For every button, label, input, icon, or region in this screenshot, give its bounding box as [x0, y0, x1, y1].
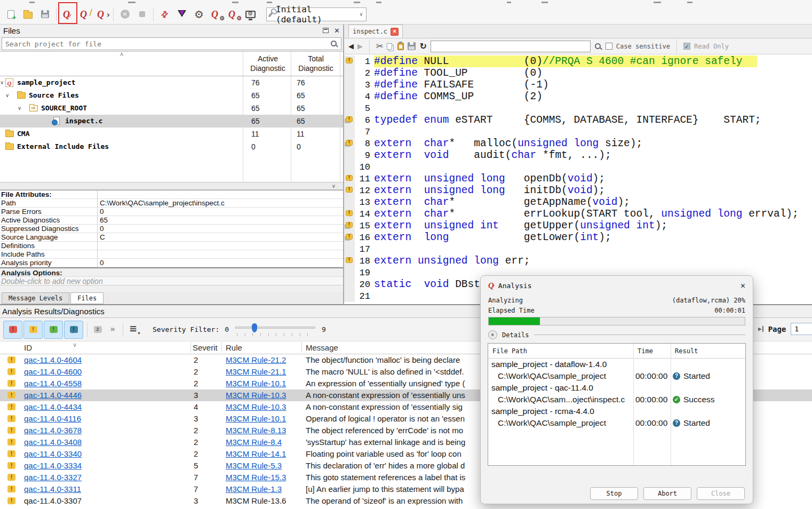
- column-header-time[interactable]: Time: [638, 347, 653, 355]
- cancel-button[interactable]: [116, 6, 133, 23]
- diagnostic-id-link[interactable]: qac-11.4.0-4446: [24, 389, 82, 401]
- diagnostic-marker-icon[interactable]: [346, 175, 353, 181]
- diagnostic-marker-icon[interactable]: [346, 257, 353, 263]
- diagnostic-marker-icon[interactable]: [346, 140, 353, 146]
- rule-link[interactable]: M3CM Rule-10.3: [226, 389, 286, 401]
- column-header-file-path[interactable]: File Path: [492, 347, 527, 355]
- search-icon[interactable]: [594, 43, 602, 50]
- code-line[interactable]: 13extern char* getAppName(void);: [344, 196, 812, 208]
- expander-icon[interactable]: [0, 79, 4, 85]
- refresh-icon[interactable]: [419, 42, 426, 51]
- navigate-back-icon[interactable]: [348, 42, 354, 50]
- severity-slider[interactable]: [235, 323, 315, 337]
- column-header-active[interactable]: Active Diagnostic: [245, 54, 291, 73]
- diagnostic-id-link[interactable]: qac-11.4.0-3334: [24, 460, 82, 472]
- analysis-options-placeholder[interactable]: Double-click to add new option: [0, 276, 343, 285]
- expander-icon[interactable]: [5, 92, 9, 98]
- copy-icon[interactable]: [387, 43, 392, 50]
- diagnostic-id-link[interactable]: qac-11.4.0-4604: [24, 354, 82, 366]
- tab-files[interactable]: Files: [70, 292, 104, 304]
- code-line[interactable]: 11extern unsigned long openDb(void);: [344, 173, 812, 185]
- search-icon[interactable]: [330, 40, 338, 47]
- open-project-button[interactable]: [19, 6, 36, 23]
- page-input[interactable]: [791, 323, 812, 335]
- severity-toggle-note[interactable]: [64, 321, 83, 339]
- case-sensitive-checkbox[interactable]: [606, 43, 612, 50]
- collapse-details-icon[interactable]: [488, 330, 497, 339]
- file-search-box[interactable]: [2, 37, 341, 50]
- code-line[interactable]: 4#define COMMS_UP (2): [344, 91, 812, 102]
- skip-to-end-icon[interactable]: [758, 326, 763, 332]
- rule-link[interactable]: M3CM Rule-8.13: [226, 425, 286, 436]
- code-line[interactable]: 12extern unsigned long initDb(void);: [344, 185, 812, 196]
- column-header-severity[interactable]: Severit: [193, 341, 218, 354]
- rule-link[interactable]: M3CM Rule-10.1: [226, 378, 286, 389]
- severity-toggle-error[interactable]: [3, 321, 22, 339]
- code-area[interactable]: 1#define NULL (0)//PRQA S 4600 #can igno…: [344, 54, 812, 304]
- diagnostic-id-link[interactable]: qac-11.4.0-3327: [24, 472, 82, 483]
- file-tree-row[interactable]: SOURCE_ROOT6565: [0, 102, 343, 115]
- diagnostic-marker-icon[interactable]: [346, 222, 353, 228]
- read-only-checkbox[interactable]: [683, 43, 690, 50]
- diagnostic-id-link[interactable]: qac-11.4.0-3678: [24, 425, 82, 436]
- code-line[interactable]: 15extern unsigned int getUpper(unsigned …: [344, 220, 812, 232]
- rule-link[interactable]: M3CM Rule-14.1: [226, 448, 286, 460]
- rule-link[interactable]: M3CM Rule-8.4: [226, 436, 282, 448]
- slider-handle[interactable]: [252, 323, 257, 332]
- code-line[interactable]: 17: [344, 243, 812, 255]
- save-file-icon[interactable]: [408, 42, 416, 50]
- view-menu-button[interactable]: [126, 322, 141, 338]
- slider-track[interactable]: [235, 327, 315, 329]
- rule-link[interactable]: M3CM Rule-5.3: [226, 460, 282, 472]
- code-line[interactable]: 10: [344, 161, 812, 173]
- column-header-result[interactable]: Result: [675, 347, 698, 355]
- analyze-button[interactable]: [59, 6, 76, 23]
- paste-icon[interactable]: [397, 43, 404, 50]
- sort-desc-icon[interactable]: ∨: [73, 341, 77, 351]
- tab-message-levels[interactable]: Message Levels: [2, 292, 69, 304]
- remote-analysis-button[interactable]: [242, 6, 259, 23]
- file-tree-row[interactable]: Source Files6565: [0, 89, 343, 102]
- rule-link[interactable]: M3CM Rule-21.1: [226, 366, 286, 378]
- code-line[interactable]: 3#define FAILSAFE (-1): [344, 79, 812, 91]
- close-tab-icon[interactable]: ✕: [391, 28, 399, 36]
- editor-tab-inspect[interactable]: inspect.c ✕: [348, 25, 403, 38]
- close-panel-icon[interactable]: [334, 27, 340, 34]
- code-line[interactable]: 8extern char* malloc(unsigned long size)…: [344, 138, 812, 149]
- rule-link[interactable]: M3CM Rule-15.3: [226, 472, 286, 483]
- column-header-id[interactable]: ID: [24, 341, 32, 354]
- suppressed-messages-button[interactable]: 2: [90, 322, 105, 338]
- diagnostic-id-link[interactable]: qac-11.4.0-4558: [24, 378, 82, 389]
- new-file-button[interactable]: [2, 6, 19, 23]
- analyze-next-button[interactable]: [93, 6, 110, 23]
- diagnostic-id-link[interactable]: qac-11.4.0-4434: [24, 401, 82, 413]
- file-search-input[interactable]: [5, 40, 330, 48]
- diagnostic-id-link[interactable]: qac-11.4.0-3408: [24, 436, 82, 448]
- code-line[interactable]: 6typedef enum eSTART {COMMS, DATABASE, I…: [344, 114, 812, 126]
- diagnostic-id-link[interactable]: qac-11.4.0-4116: [24, 413, 81, 425]
- rule-link[interactable]: M3CM Rule-10.1: [226, 413, 286, 425]
- code-line[interactable]: 2#define TOOL_UP (0): [344, 67, 812, 79]
- code-line[interactable]: 5: [344, 102, 812, 114]
- rule-link[interactable]: M3CM Rule-21.2: [226, 354, 286, 366]
- file-tree-row[interactable]: External Include Files00: [0, 140, 343, 153]
- stop-button[interactable]: [133, 6, 150, 23]
- diagnostic-id-link[interactable]: qac-11.4.0-3311: [24, 483, 81, 495]
- file-tree-row[interactable]: inspect.c6565: [0, 115, 343, 128]
- filter-button[interactable]: [173, 6, 190, 23]
- severity-toggle-info[interactable]: [44, 321, 63, 339]
- rule-link[interactable]: M3CM Rule-10.3: [226, 401, 286, 413]
- code-line[interactable]: 18extern unsigned long err;: [344, 255, 812, 267]
- diagnostic-marker-icon[interactable]: [346, 58, 353, 63]
- panel-splitter[interactable]: ∨: [0, 182, 343, 190]
- code-line[interactable]: 9extern void audit(char *fmt, ...);: [344, 149, 812, 161]
- code-line[interactable]: 16extern long getLower(int);: [344, 232, 812, 243]
- editor-search-input[interactable]: [431, 41, 591, 52]
- settings-button[interactable]: [190, 6, 208, 23]
- diagnostic-id-link[interactable]: qac-11.4.0-4600: [24, 366, 82, 378]
- clean-analyze-button[interactable]: [76, 6, 93, 23]
- save-button[interactable]: [36, 6, 53, 23]
- code-line[interactable]: 14extern char* errLookup(START tool, uns…: [344, 208, 812, 220]
- file-tree-row[interactable]: sample_project7676: [0, 76, 343, 89]
- column-header-rule[interactable]: Rule: [226, 341, 242, 354]
